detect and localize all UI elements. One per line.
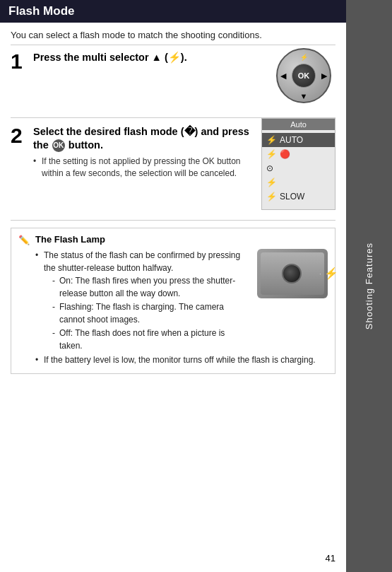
step-2-bullet-1: If the setting is not applied by pressin… — [33, 156, 254, 180]
note-sub-on: On: The flash fires when you press the s… — [44, 274, 243, 300]
page-number: 41 — [326, 553, 335, 564]
step-1: 1 Press the multi selector ▲ (⚡). ⚡ ◀ ▶ … — [11, 51, 335, 107]
sidebar-label: Shooting Features — [364, 243, 374, 329]
flash-menu-items: ⚡AUTO ⚡🔴 ⊙ ⚡ ⚡SLOW — [262, 130, 335, 206]
main-content: You can select a flash mode to match the… — [0, 23, 346, 381]
dial-container: ⚡ ◀ ▶ ▼ OK — [272, 44, 335, 107]
step-1-row: Press the multi selector ▲ (⚡). ⚡ ◀ ▶ ▼ … — [33, 51, 335, 107]
ok-button-icon: OK — [52, 139, 65, 152]
note-pencil-icon: ✏️ — [18, 235, 30, 245]
note-content: The Flash Lamp The status of the flash c… — [35, 234, 328, 368]
step-2-row: Select the desired flash mode (�) and pr… — [33, 125, 335, 210]
note-title: The Flash Lamp — [35, 234, 328, 245]
step-2-bullets: If the setting is not applied by pressin… — [33, 156, 254, 180]
sidebar: Shooting Features — [346, 0, 392, 572]
note-item-2: If the battery level is low, the monitor… — [35, 354, 328, 366]
step-1-text: Press the multi selector ▲ (⚡). — [33, 51, 258, 68]
flash-redeye-icon: ⚡ — [266, 149, 277, 159]
note-subitems-1: On: The flash fires when you press the s… — [44, 274, 243, 352]
note-box: ✏️ The Flash Lamp The status of the flas… — [11, 228, 335, 374]
step-2-title: Select the desired flash mode (�) and pr… — [33, 125, 254, 152]
flash-mode-on: ⚡ — [262, 175, 335, 189]
note-item-2-list: If the battery level is low, the monitor… — [35, 354, 328, 366]
page-title: Flash Mode — [8, 4, 75, 18]
flash-mode-off: ⊙ — [262, 161, 335, 175]
flash-mode-slow: ⚡SLOW — [262, 189, 335, 204]
step-1-title: Press the multi selector ▲ (⚡). — [33, 51, 258, 64]
flash-mode-redeye: ⚡🔴 — [262, 147, 335, 161]
dial-left-icon: ◀ — [280, 71, 286, 81]
camera-body — [261, 252, 324, 295]
flash-slow-icon: ⚡ — [266, 192, 277, 202]
flash-on-icon: ⚡ — [266, 177, 277, 187]
intro-text: You can select a flash mode to match the… — [11, 30, 335, 45]
ok-button-inline: OK — [202, 156, 214, 166]
dial-down-icon: ▼ — [300, 92, 308, 100]
dial-right-icon: ▶ — [321, 71, 327, 81]
camera-row: The status of the flash can be confirmed… — [35, 249, 328, 354]
note-item-1: The status of the flash can be confirmed… — [35, 249, 243, 352]
flash-dots: · · · — [319, 270, 336, 278]
flash-auto-icon: ⚡ — [266, 135, 277, 145]
flash-mode-auto: ⚡AUTO — [262, 133, 335, 147]
step-1-number: 1 — [11, 51, 26, 72]
note-sub-off: Off: The flash does not fire when a pict… — [44, 327, 243, 352]
step-2-number: 2 — [11, 125, 26, 146]
flash-mode-menu: Auto ⚡AUTO ⚡🔴 ⊙ ⚡ — [261, 118, 335, 210]
step-2-text-content: Select the desired flash mode (�) and pr… — [33, 125, 254, 182]
page-header: Flash Mode — [0, 0, 392, 23]
multi-selector-dial: ⚡ ◀ ▶ ▼ OK — [276, 48, 331, 103]
flash-menu-title: Auto — [262, 119, 335, 130]
camera-lens — [282, 264, 302, 284]
step-2-content: Select the desired flash mode (�) and pr… — [33, 125, 335, 210]
camera-image — [257, 249, 328, 298]
step-divider-2 — [11, 220, 335, 221]
ok-button-center: OK — [292, 64, 316, 88]
step-1-content: Press the multi selector ▲ (⚡). ⚡ ◀ ▶ ▼ … — [33, 51, 335, 107]
dial-lightning-icon: ⚡ — [300, 54, 308, 61]
step-2: 2 Select the desired flash mode (�) and … — [11, 125, 335, 210]
ok-label: OK — [298, 71, 310, 80]
note-body: The status of the flash can be confirmed… — [35, 249, 243, 354]
note-sub-flashing: Flashing: The flash is charging. The cam… — [44, 300, 243, 326]
flash-off-icon: ⊙ — [266, 163, 273, 173]
